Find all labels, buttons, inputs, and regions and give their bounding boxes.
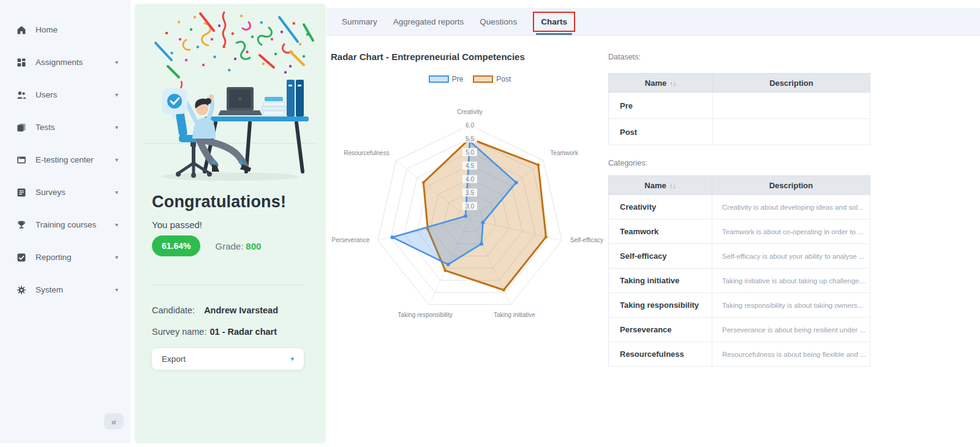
legend-item-pre[interactable]: Pre xyxy=(429,75,464,83)
datasets-label: Datasets: xyxy=(608,53,641,61)
sidebar-item-label: System xyxy=(36,285,115,294)
category-row: Self-efficacySelf-efficacy is about your… xyxy=(609,244,870,269)
tab-questions[interactable]: Questions xyxy=(480,12,517,32)
chevron-down-icon: ▾ xyxy=(290,355,294,363)
sidebar-item-assignments[interactable]: Assignments▾ xyxy=(0,46,130,78)
reporting-icon xyxy=(17,253,26,262)
sidebar-item-e-testing-center[interactable]: E-testing center▾ xyxy=(0,143,130,176)
sidebar-item-system[interactable]: System▾ xyxy=(0,273,130,306)
svg-text:4.5: 4.5 xyxy=(466,162,474,169)
svg-text:5.5: 5.5 xyxy=(466,136,474,142)
datasets-table: Name↑↓DescriptionPrePost xyxy=(608,73,870,145)
cell-name: Post xyxy=(609,119,713,145)
sidebar-item-label: Assignments xyxy=(36,58,115,67)
sidebar: HomeAssignments▾Users▾Tests▾E-testing ce… xyxy=(0,0,130,443)
sidebar-item-label: Tests xyxy=(36,123,115,132)
radar-axis-label: Taking responsibility xyxy=(398,311,453,318)
column-header-name[interactable]: Name↑↓ xyxy=(609,176,712,195)
category-row: Taking responsibilityTaking responsibili… xyxy=(609,293,870,318)
candidate-row: Candidate: Andrew Ivarstead xyxy=(152,305,278,315)
score-row: 61.64% Grade:800 xyxy=(152,235,261,256)
svg-text:3.0: 3.0 xyxy=(466,203,474,210)
chart-title: Radar Chart - Entrepreneurial Competenci… xyxy=(331,52,525,62)
table-header-row: Name↑↓Description xyxy=(609,176,870,195)
category-row: TeamworkTeamwork is about co-operating i… xyxy=(609,220,870,244)
chevron-down-icon: ▾ xyxy=(115,59,118,66)
cell-name: Pre xyxy=(609,93,713,119)
chevron-down-icon: ▾ xyxy=(115,286,118,293)
radar-axis-label: Resourcefulness xyxy=(344,150,389,156)
system-icon xyxy=(17,285,26,295)
cell-name: Creativity xyxy=(609,195,712,220)
tab-aggregated-reports[interactable]: Aggregated reports xyxy=(393,12,464,32)
sidebar-collapse-button[interactable]: « xyxy=(104,413,124,429)
sidebar-item-users[interactable]: Users▾ xyxy=(0,78,130,111)
cell-description: Teamwork is about co-operating in order … xyxy=(712,220,870,244)
chart-legend: PrePost xyxy=(326,75,614,83)
cell-name: Taking initiative xyxy=(609,269,712,293)
sidebar-item-label: Users xyxy=(36,90,115,99)
radar-axis-label: Self-efficacy xyxy=(570,237,603,243)
column-name-label: Name xyxy=(644,181,666,190)
score-badge: 61.64% xyxy=(152,235,200,256)
radar-axis-label: Perseverance xyxy=(332,237,370,243)
cell-name: Taking responsibility xyxy=(609,293,712,318)
sidebar-item-home[interactable]: Home xyxy=(0,13,130,46)
radar-axis-label: Creativity xyxy=(457,109,483,115)
congratulations-title: Congratulations! xyxy=(152,193,286,212)
svg-text:5.0: 5.0 xyxy=(466,149,474,156)
cell-name: Perseverance xyxy=(609,318,712,342)
candidate-label: Candidate: xyxy=(152,305,195,315)
radar-chart-canvas: 3.03.54.04.55.05.56.0CreativityTeamworkS… xyxy=(326,90,614,342)
tab-summary[interactable]: Summary xyxy=(342,12,377,32)
sidebar-item-surveys[interactable]: Surveys▾ xyxy=(0,176,130,208)
main-content: SummaryAggregated reportsQuestionsCharts… xyxy=(326,0,980,447)
assignments-icon xyxy=(17,58,26,67)
cell-description xyxy=(713,93,870,119)
survey-name: 01 - Radar chart xyxy=(209,327,277,337)
candidate-name: Andrew Ivarstead xyxy=(204,305,278,315)
chevron-down-icon: ▾ xyxy=(115,91,118,98)
category-row: Taking initiativeTaking initiative is ab… xyxy=(609,269,870,293)
divider xyxy=(152,285,305,285)
sidebar-item-training-courses[interactable]: Training courses▾ xyxy=(0,208,130,241)
category-row: CreativityCreativity is about developing… xyxy=(609,195,870,220)
chevron-down-icon: ▾ xyxy=(115,221,118,228)
column-header-name[interactable]: Name↑↓ xyxy=(609,74,713,93)
sort-icon: ↑↓ xyxy=(669,182,676,189)
chevron-down-icon: ▾ xyxy=(115,189,118,196)
cell-description: Taking responsibility is about taking ow… xyxy=(712,293,870,318)
grade-value: 800 xyxy=(246,241,261,251)
cell-description: Resourcefulness is about being flexible … xyxy=(712,342,870,367)
legend-swatch xyxy=(473,75,493,83)
tab-charts[interactable]: Charts xyxy=(533,12,575,32)
collapse-icon: « xyxy=(111,416,116,427)
home-icon xyxy=(17,25,26,35)
radar-chart: 3.03.54.04.55.05.56.0CreativityTeamworkS… xyxy=(326,90,614,342)
dataset-row: Post xyxy=(609,119,870,145)
radar-axis-label: Taking initiative xyxy=(494,311,535,318)
legend-item-post[interactable]: Post xyxy=(473,75,511,83)
sidebar-item-tests[interactable]: Tests▾ xyxy=(0,111,130,143)
chevron-down-icon: ▾ xyxy=(115,254,118,261)
sidebar-item-label: E-testing center xyxy=(36,155,115,164)
svg-text:3.5: 3.5 xyxy=(466,189,474,196)
app-root: { "sidebar": { "items": [ { "label": "Ho… xyxy=(0,0,980,447)
grade-label: Grade: xyxy=(215,241,243,251)
sidebar-item-label: Training courses xyxy=(36,220,115,229)
export-dropdown[interactable]: Export ▾ xyxy=(152,348,304,370)
categories-table: Name↑↓DescriptionCreativityCreativity is… xyxy=(608,175,870,367)
result-panel: Congratulations! You passed! 61.64% Grad… xyxy=(135,4,326,443)
users-icon xyxy=(17,90,26,100)
cell-name: Teamwork xyxy=(609,220,712,244)
category-row: ResourcefulnessResourcefulness is about … xyxy=(609,342,870,367)
legend-swatch xyxy=(429,75,449,83)
sidebar-item-label: Home xyxy=(36,25,118,34)
tests-icon xyxy=(17,123,26,132)
category-row: PerseverancePerseverance is about being … xyxy=(609,318,870,342)
column-header-description: Description xyxy=(713,74,870,93)
passed-text: You passed! xyxy=(152,220,202,230)
cell-name: Resourcefulness xyxy=(609,342,712,367)
cell-description: Self-efficacy is about your ability to a… xyxy=(712,244,870,269)
sidebar-item-reporting[interactable]: Reporting▾ xyxy=(0,241,130,273)
